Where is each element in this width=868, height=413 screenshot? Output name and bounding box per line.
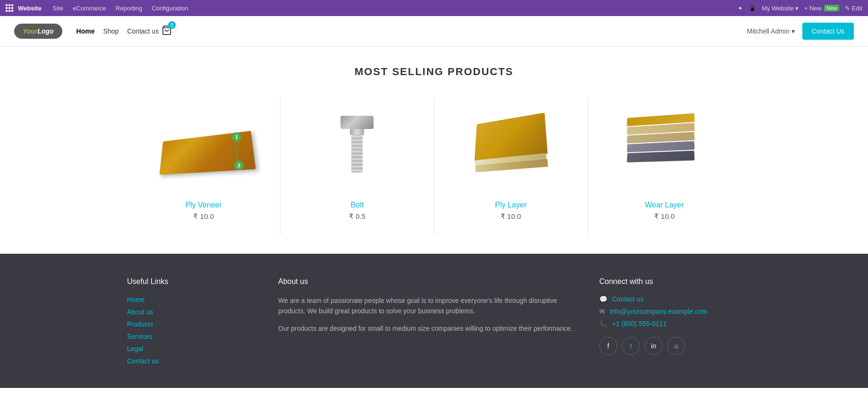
product-name-bolt: Bolt — [285, 201, 429, 209]
product-price-ply-layer: ₹ 10.0 — [439, 212, 583, 221]
nav-shop[interactable]: Shop — [103, 27, 119, 35]
wear-layer-image — [622, 113, 707, 184]
list-item: About us — [127, 308, 259, 316]
connect-items: 💬 Contact us ✉ info@yourcompany.example.… — [599, 295, 741, 327]
footer-about: About us We are a team of passionate peo… — [278, 277, 580, 369]
list-item: Legal — [127, 344, 259, 353]
svg-rect-3 — [6, 7, 8, 9]
about-us-p1: We are a team of passionate people whose… — [278, 295, 580, 317]
ply-stack — [471, 112, 551, 175]
svg-rect-6 — [6, 10, 8, 12]
svg-rect-7 — [9, 10, 10, 12]
phone-link[interactable]: +1 (650) 555-0111 — [612, 320, 667, 327]
bolt-head — [340, 116, 374, 129]
site-nav: YourLogo Home Shop Contact us 0 Mitchell… — [0, 16, 868, 47]
bolt-shaft — [351, 135, 363, 172]
svg-rect-0 — [6, 4, 8, 6]
edit-btn[interactable]: ✎ Edit — [845, 5, 862, 12]
footer-grid: Useful Links Home About us Products Serv… — [127, 277, 741, 369]
connect-item-contact: 💬 Contact us — [599, 295, 741, 303]
label-1: 1 — [232, 132, 241, 142]
product-image-ply-layer — [439, 106, 583, 191]
product-card-ply-layer[interactable]: Ply Layer ₹ 10.0 — [434, 97, 588, 235]
label-2: 2 — [234, 161, 244, 170]
social-facebook[interactable]: f — [599, 337, 617, 355]
product-price-wear-layer: ₹ 10.0 — [593, 212, 736, 221]
email-link[interactable]: info@yourcompany.example.com — [610, 308, 707, 315]
footer-link-services[interactable]: Services — [127, 333, 153, 340]
contact-us-button[interactable]: Contact Us — [802, 23, 854, 40]
products-grid: 1 2 Ply Veneer ₹ 10.0 Bolt ₹ 0.5 — [127, 97, 741, 235]
contact-us-link[interactable]: Contact us — [612, 295, 644, 303]
admin-user-menu[interactable]: Mitchell Admin ▾ — [747, 27, 794, 35]
my-website-btn[interactable]: My Website ▾ — [762, 5, 799, 12]
logo[interactable]: YourLogo — [14, 24, 62, 39]
site-nav-links: Home Shop Contact us — [77, 27, 159, 35]
mail-icon: ✉ — [599, 308, 605, 315]
footer-link-contact[interactable]: Contact us — [127, 357, 159, 365]
product-image-bolt — [285, 106, 429, 191]
cart-count: 0 — [168, 21, 176, 29]
svg-rect-4 — [9, 7, 10, 9]
new-btn[interactable]: + New New — [804, 5, 839, 12]
logo-badge: YourLogo — [14, 24, 62, 39]
admin-nav-site[interactable]: Site — [49, 5, 67, 12]
list-item: Services — [127, 332, 259, 341]
footer-useful-links: Useful Links Home About us Products Serv… — [127, 277, 259, 369]
admin-nav-reporting[interactable]: Reporting — [112, 5, 146, 12]
social-twitter[interactable]: t — [622, 337, 640, 355]
about-us-heading: About us — [278, 277, 580, 286]
product-name-ply-veneer: Ply Veneer — [132, 201, 275, 209]
admin-bar: Website Site eCommerce Reporting Configu… — [0, 0, 868, 16]
w-layer5 — [627, 151, 694, 163]
product-price-ply-veneer: ₹ 10.0 — [132, 212, 275, 221]
list-item: Home — [127, 295, 259, 304]
chat-icon: 💬 — [599, 295, 607, 303]
customize-icon[interactable]: ✦ — [738, 5, 743, 12]
bolt-image — [338, 116, 376, 182]
connect-heading: Connect with us — [599, 277, 741, 286]
new-badge: New — [824, 5, 839, 11]
product-card-wear-layer[interactable]: Wear Layer ₹ 10.0 — [588, 97, 741, 235]
ply-veneer-image: 1 2 — [152, 120, 255, 177]
footer-link-products[interactable]: Products — [127, 320, 153, 328]
useful-links-heading: Useful Links — [127, 277, 259, 286]
bolt-neck — [350, 129, 364, 135]
main-content: MOST SELLING PRODUCTS 1 2 Ply Veneer ₹ 1… — [0, 47, 868, 254]
product-image-wear-layer — [593, 106, 736, 191]
phone-icon: 📞 — [599, 320, 607, 327]
nav-home[interactable]: Home — [77, 27, 95, 35]
about-us-p2: Our products are designed for small to m… — [278, 323, 580, 334]
product-name-ply-layer: Ply Layer — [439, 201, 583, 209]
social-linkedin[interactable]: in — [645, 337, 663, 355]
product-name-wear-layer: Wear Layer — [593, 201, 736, 209]
mobile-icon[interactable]: 📱 — [749, 5, 756, 12]
footer-link-about[interactable]: About us — [127, 308, 153, 316]
connect-item-email: ✉ info@yourcompany.example.com — [599, 308, 741, 315]
product-card-bolt[interactable]: Bolt ₹ 0.5 — [281, 97, 434, 235]
product-card-ply-veneer[interactable]: 1 2 Ply Veneer ₹ 10.0 — [127, 97, 281, 235]
footer-links-list: Home About us Products Services Legal Co… — [127, 295, 259, 365]
svg-rect-2 — [11, 4, 13, 6]
svg-rect-1 — [9, 4, 10, 6]
wear-stack — [622, 113, 700, 176]
footer: Useful Links Home About us Products Serv… — [0, 254, 868, 388]
ply-layer-image — [468, 116, 553, 182]
admin-nav-ecommerce[interactable]: eCommerce — [69, 5, 110, 12]
footer-link-home[interactable]: Home — [127, 296, 145, 303]
admin-nav-configuration[interactable]: Configuration — [148, 5, 192, 12]
connect-item-phone: 📞 +1 (650) 555-0111 — [599, 320, 741, 327]
product-image-ply-veneer: 1 2 — [132, 106, 275, 191]
grid-icon — [6, 4, 13, 12]
footer-link-legal[interactable]: Legal — [127, 345, 143, 353]
section-title: MOST SELLING PRODUCTS — [9, 66, 859, 78]
cart-icon[interactable]: 0 — [162, 25, 172, 37]
nav-contact[interactable]: Contact us — [127, 27, 159, 35]
social-website[interactable]: ⌂ — [667, 337, 685, 355]
list-item: Products — [127, 320, 259, 328]
social-icons: f t in ⌂ — [599, 337, 741, 355]
admin-right-actions: ✦ 📱 My Website ▾ + New New ✎ Edit — [738, 5, 862, 12]
svg-rect-8 — [11, 10, 13, 12]
product-price-bolt: ₹ 0.5 — [285, 212, 429, 221]
list-item: Contact us — [127, 357, 259, 365]
